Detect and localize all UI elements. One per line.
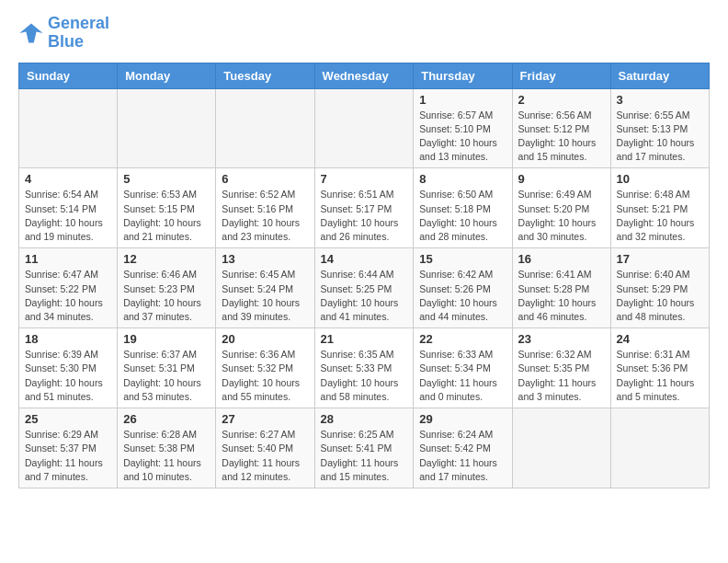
calendar-cell: 22Sunrise: 6:33 AM Sunset: 5:34 PM Dayli… — [414, 328, 512, 408]
calendar-cell: 14Sunrise: 6:44 AM Sunset: 5:25 PM Dayli… — [314, 248, 414, 328]
calendar-cell: 5Sunrise: 6:53 AM Sunset: 5:15 PM Daylig… — [118, 168, 216, 248]
calendar-cell — [19, 88, 118, 168]
day-number: 14 — [321, 252, 408, 266]
calendar-cell: 1Sunrise: 6:57 AM Sunset: 5:10 PM Daylig… — [414, 88, 512, 168]
calendar-cell: 29Sunrise: 6:24 AM Sunset: 5:42 PM Dayli… — [414, 408, 512, 488]
day-number: 17 — [617, 252, 703, 266]
weekday-header-wednesday: Wednesday — [314, 63, 414, 88]
calendar-cell: 20Sunrise: 6:36 AM Sunset: 5:32 PM Dayli… — [216, 328, 314, 408]
calendar-cell: 9Sunrise: 6:49 AM Sunset: 5:20 PM Daylig… — [512, 168, 610, 248]
weekday-header-friday: Friday — [512, 63, 610, 88]
calendar-cell: 19Sunrise: 6:37 AM Sunset: 5:31 PM Dayli… — [118, 328, 216, 408]
day-info: Sunrise: 6:32 AM Sunset: 5:35 PM Dayligh… — [518, 348, 605, 404]
day-number: 23 — [518, 332, 605, 346]
calendar-cell: 21Sunrise: 6:35 AM Sunset: 5:33 PM Dayli… — [314, 328, 414, 408]
day-number: 16 — [518, 252, 605, 266]
calendar-cell: 24Sunrise: 6:31 AM Sunset: 5:36 PM Dayli… — [610, 328, 709, 408]
weekday-header-tuesday: Tuesday — [216, 63, 314, 88]
day-number: 22 — [419, 332, 506, 346]
calendar-cell — [216, 88, 314, 168]
day-number: 9 — [518, 172, 605, 186]
day-number: 11 — [25, 252, 111, 266]
day-info: Sunrise: 6:40 AM Sunset: 5:29 PM Dayligh… — [617, 268, 703, 324]
calendar-cell: 4Sunrise: 6:54 AM Sunset: 5:14 PM Daylig… — [19, 168, 118, 248]
weekday-header-thursday: Thursday — [414, 63, 512, 88]
page-header: General Blue — [18, 15, 710, 52]
day-number: 27 — [222, 412, 308, 426]
calendar-cell: 16Sunrise: 6:41 AM Sunset: 5:28 PM Dayli… — [512, 248, 610, 328]
weekday-header-saturday: Saturday — [610, 63, 709, 88]
weekday-header-sunday: Sunday — [19, 63, 118, 88]
day-number: 8 — [419, 172, 506, 186]
day-number: 5 — [123, 172, 210, 186]
day-info: Sunrise: 6:50 AM Sunset: 5:18 PM Dayligh… — [419, 188, 506, 244]
day-number: 21 — [321, 332, 408, 346]
day-number: 13 — [222, 252, 308, 266]
calendar-week-5: 25Sunrise: 6:29 AM Sunset: 5:37 PM Dayli… — [19, 408, 710, 488]
calendar-cell: 8Sunrise: 6:50 AM Sunset: 5:18 PM Daylig… — [414, 168, 512, 248]
calendar-cell: 3Sunrise: 6:55 AM Sunset: 5:13 PM Daylig… — [610, 88, 709, 168]
day-number: 3 — [617, 93, 703, 107]
day-number: 28 — [321, 412, 408, 426]
calendar-cell: 12Sunrise: 6:46 AM Sunset: 5:23 PM Dayli… — [118, 248, 216, 328]
day-info: Sunrise: 6:44 AM Sunset: 5:25 PM Dayligh… — [321, 268, 408, 324]
day-info: Sunrise: 6:57 AM Sunset: 5:10 PM Dayligh… — [419, 109, 506, 165]
calendar-cell: 18Sunrise: 6:39 AM Sunset: 5:30 PM Dayli… — [19, 328, 118, 408]
calendar-cell: 28Sunrise: 6:25 AM Sunset: 5:41 PM Dayli… — [314, 408, 414, 488]
day-number: 26 — [123, 412, 210, 426]
calendar-cell: 10Sunrise: 6:48 AM Sunset: 5:21 PM Dayli… — [610, 168, 709, 248]
day-number: 24 — [617, 332, 703, 346]
calendar-cell — [610, 408, 709, 488]
calendar-cell: 25Sunrise: 6:29 AM Sunset: 5:37 PM Dayli… — [19, 408, 118, 488]
day-number: 1 — [419, 93, 506, 107]
weekday-header-row: SundayMondayTuesdayWednesdayThursdayFrid… — [19, 63, 710, 88]
day-info: Sunrise: 6:28 AM Sunset: 5:38 PM Dayligh… — [123, 428, 210, 484]
logo-text: General Blue — [48, 15, 109, 52]
day-number: 12 — [123, 252, 210, 266]
calendar-cell: 27Sunrise: 6:27 AM Sunset: 5:40 PM Dayli… — [216, 408, 314, 488]
day-number: 2 — [518, 93, 605, 107]
day-number: 19 — [123, 332, 210, 346]
day-info: Sunrise: 6:54 AM Sunset: 5:14 PM Dayligh… — [25, 188, 111, 244]
day-number: 29 — [419, 412, 506, 426]
svg-marker-0 — [19, 23, 42, 42]
calendar-cell — [512, 408, 610, 488]
calendar-week-4: 18Sunrise: 6:39 AM Sunset: 5:30 PM Dayli… — [19, 328, 710, 408]
calendar-cell: 13Sunrise: 6:45 AM Sunset: 5:24 PM Dayli… — [216, 248, 314, 328]
day-info: Sunrise: 6:25 AM Sunset: 5:41 PM Dayligh… — [321, 428, 408, 484]
day-info: Sunrise: 6:27 AM Sunset: 5:40 PM Dayligh… — [222, 428, 308, 484]
day-number: 10 — [617, 172, 703, 186]
day-info: Sunrise: 6:31 AM Sunset: 5:36 PM Dayligh… — [617, 348, 703, 404]
day-info: Sunrise: 6:42 AM Sunset: 5:26 PM Dayligh… — [419, 268, 506, 324]
day-number: 18 — [25, 332, 111, 346]
day-number: 15 — [419, 252, 506, 266]
day-number: 7 — [321, 172, 408, 186]
calendar-week-3: 11Sunrise: 6:47 AM Sunset: 5:22 PM Dayli… — [19, 248, 710, 328]
calendar-cell: 17Sunrise: 6:40 AM Sunset: 5:29 PM Dayli… — [610, 248, 709, 328]
calendar-cell — [118, 88, 216, 168]
logo: General Blue — [18, 15, 109, 52]
day-info: Sunrise: 6:37 AM Sunset: 5:31 PM Dayligh… — [123, 348, 210, 404]
calendar-table: SundayMondayTuesdayWednesdayThursdayFrid… — [18, 63, 710, 488]
calendar-cell: 6Sunrise: 6:52 AM Sunset: 5:16 PM Daylig… — [216, 168, 314, 248]
day-info: Sunrise: 6:45 AM Sunset: 5:24 PM Dayligh… — [222, 268, 308, 324]
day-info: Sunrise: 6:47 AM Sunset: 5:22 PM Dayligh… — [25, 268, 111, 324]
day-info: Sunrise: 6:35 AM Sunset: 5:33 PM Dayligh… — [321, 348, 408, 404]
day-number: 6 — [222, 172, 308, 186]
day-info: Sunrise: 6:39 AM Sunset: 5:30 PM Dayligh… — [25, 348, 111, 404]
day-info: Sunrise: 6:51 AM Sunset: 5:17 PM Dayligh… — [321, 188, 408, 244]
day-info: Sunrise: 6:46 AM Sunset: 5:23 PM Dayligh… — [123, 268, 210, 324]
day-number: 4 — [25, 172, 111, 186]
calendar-week-2: 4Sunrise: 6:54 AM Sunset: 5:14 PM Daylig… — [19, 168, 710, 248]
day-info: Sunrise: 6:36 AM Sunset: 5:32 PM Dayligh… — [222, 348, 308, 404]
day-info: Sunrise: 6:29 AM Sunset: 5:37 PM Dayligh… — [25, 428, 111, 484]
calendar-cell: 2Sunrise: 6:56 AM Sunset: 5:12 PM Daylig… — [512, 88, 610, 168]
logo-icon — [18, 20, 44, 46]
calendar-cell: 11Sunrise: 6:47 AM Sunset: 5:22 PM Dayli… — [19, 248, 118, 328]
weekday-header-monday: Monday — [118, 63, 216, 88]
day-info: Sunrise: 6:33 AM Sunset: 5:34 PM Dayligh… — [419, 348, 506, 404]
day-info: Sunrise: 6:56 AM Sunset: 5:12 PM Dayligh… — [518, 109, 605, 165]
day-number: 25 — [25, 412, 111, 426]
day-number: 20 — [222, 332, 308, 346]
calendar-cell: 26Sunrise: 6:28 AM Sunset: 5:38 PM Dayli… — [118, 408, 216, 488]
